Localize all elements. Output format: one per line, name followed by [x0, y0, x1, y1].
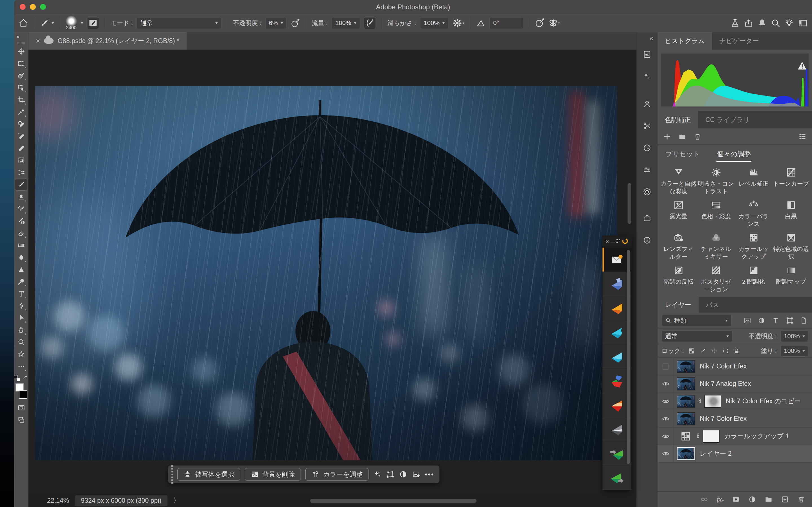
- opacity-select[interactable]: 6%▾: [265, 17, 287, 29]
- layer-row[interactable]: カラールックアップ 1: [658, 428, 812, 445]
- layer-mask-thumbnail[interactable]: [703, 430, 719, 443]
- blur-tool[interactable]: [15, 251, 28, 263]
- filter-adjustment-layers-icon[interactable]: [757, 316, 766, 325]
- close-tab-icon[interactable]: ×: [36, 37, 40, 45]
- document-tab[interactable]: × G88.psdc @ 22.1% (レイヤー 2, RGB/8) *: [29, 32, 187, 50]
- new-adjustment-layer-icon[interactable]: [748, 496, 756, 503]
- tab-paths[interactable]: パス: [699, 297, 726, 313]
- discover-lightbulb-icon[interactable]: [784, 18, 794, 28]
- layer-name[interactable]: Nik 7 Color Efex: [700, 362, 747, 370]
- filter-type-layers-icon[interactable]: [771, 316, 780, 325]
- smoothing-options-gear-icon[interactable]: ▾: [453, 18, 465, 28]
- adj-selective-color[interactable]: 特定色域の選択: [772, 230, 810, 260]
- adj-color-vibrance[interactable]: カラーと自然な彩度: [660, 165, 697, 195]
- layer-name[interactable]: レイヤー 2: [700, 449, 732, 458]
- add-mask-icon[interactable]: [732, 496, 740, 503]
- subtab-presets[interactable]: プリセット: [665, 146, 701, 163]
- edit-toolbar-icon[interactable]: [15, 360, 28, 372]
- canvas-image[interactable]: [35, 86, 617, 460]
- smoothing-select[interactable]: 100%▾: [420, 17, 449, 29]
- layer-row[interactable]: Nik 7 Color Efex: [658, 358, 812, 375]
- layer-mask-thumbnail[interactable]: [704, 395, 721, 408]
- healing-brush-tool[interactable]: [15, 142, 28, 154]
- canvas-area[interactable]: [29, 50, 637, 494]
- dock-info-icon[interactable]: [640, 233, 654, 247]
- nik-sharpener-output-item[interactable]: [603, 466, 631, 490]
- dock-sliders-icon[interactable]: [640, 163, 654, 177]
- crop-tool[interactable]: [15, 94, 28, 106]
- nik-panel-titlebar[interactable]: × —: [603, 236, 631, 247]
- brush-size-chevron[interactable]: ▾: [81, 20, 84, 25]
- canvas-horizontal-scrollbar[interactable]: [310, 499, 476, 503]
- layer-blend-mode-select[interactable]: 通常▾: [661, 331, 732, 342]
- remove-background-button[interactable]: 背景を削除: [245, 468, 301, 481]
- search-icon[interactable]: [771, 18, 780, 28]
- lock-all-icon[interactable]: [733, 347, 741, 355]
- adjust-color-button[interactable]: カラーを調整: [305, 468, 368, 481]
- list-view-icon[interactable]: [799, 133, 806, 140]
- lock-position-icon[interactable]: [711, 347, 718, 355]
- brush-tool[interactable]: [15, 179, 28, 191]
- layer-opacity-input[interactable]: 100%▾: [781, 331, 808, 342]
- tab-layers[interactable]: レイヤー: [658, 297, 699, 313]
- trash-icon[interactable]: [694, 133, 702, 140]
- adj-hue-saturation[interactable]: 色相・彩度: [697, 198, 735, 228]
- tab-histogram[interactable]: ヒストグラム: [658, 32, 712, 50]
- status-chevron-icon[interactable]: 〉: [173, 496, 180, 505]
- hand-tool[interactable]: [15, 324, 28, 336]
- adj-gradient-map[interactable]: 階調マップ: [772, 263, 810, 293]
- dock-ai-sparkles-icon[interactable]: [640, 69, 654, 83]
- shape-star-tool[interactable]: [15, 348, 28, 360]
- subtab-single-adjustments[interactable]: 個々の調整: [716, 146, 752, 163]
- pressure-size-icon[interactable]: [535, 18, 545, 28]
- toolbar-grip[interactable]: [17, 42, 25, 44]
- tab-navigator[interactable]: ナビゲーター: [712, 32, 766, 50]
- toggle-brush-settings-icon[interactable]: [87, 17, 99, 29]
- adj-brightness-contrast[interactable]: 明るさ・コントラスト: [697, 165, 735, 195]
- brush-size-preview[interactable]: 2400: [66, 15, 77, 31]
- lock-pixels-icon[interactable]: [699, 347, 707, 355]
- link-layers-icon[interactable]: [700, 496, 708, 503]
- frame-tool[interactable]: [15, 154, 28, 166]
- filter-image-layers-icon[interactable]: [743, 316, 752, 325]
- visibility-toggle[interactable]: [658, 410, 674, 427]
- dock-briefcase-icon[interactable]: [640, 211, 654, 225]
- dodge-tool[interactable]: [15, 276, 28, 288]
- eraser-tool[interactable]: [15, 227, 28, 239]
- dock-clock-icon[interactable]: [640, 141, 654, 155]
- new-layer-icon[interactable]: [781, 496, 789, 503]
- hidden-layer-checkbox[interactable]: [663, 363, 669, 370]
- dock-stamp-person-icon[interactable]: [640, 97, 654, 111]
- quick-mask-icon[interactable]: [15, 402, 28, 414]
- dock-layer-comps-icon[interactable]: [640, 47, 654, 61]
- toolbar-expand-icon[interactable]: »: [16, 33, 19, 40]
- layer-thumbnail[interactable]: [677, 447, 695, 460]
- clone-stamp-tool[interactable]: [15, 191, 28, 203]
- adj-photo-filter[interactable]: レンズフィルター: [660, 230, 697, 260]
- remove-tool[interactable]: [15, 130, 28, 142]
- adj-levels[interactable]: レベル補正: [735, 165, 772, 195]
- history-brush-tool[interactable]: [15, 203, 28, 215]
- pen-tool[interactable]: [15, 300, 28, 312]
- remove-crossed-tool[interactable]: [15, 166, 28, 179]
- new-group-icon[interactable]: [765, 496, 772, 503]
- delete-layer-icon[interactable]: [797, 496, 805, 503]
- layer-row[interactable]: Nik 7 Color Efex: [658, 410, 812, 428]
- layer-name[interactable]: Nik 7 Color Efex: [700, 415, 747, 422]
- lock-artboard-icon[interactable]: [722, 347, 729, 355]
- generative-sparkle-icon[interactable]: [373, 470, 382, 478]
- eyedropper-tool[interactable]: [15, 106, 28, 118]
- type-tool[interactable]: [15, 288, 28, 300]
- adj-channel-mixer[interactable]: チャンネルミキサー: [697, 230, 735, 260]
- move-tool[interactable]: [15, 45, 28, 57]
- layer-thumbnail[interactable]: [677, 412, 695, 425]
- adj-black-white[interactable]: 白黒: [772, 198, 810, 228]
- nik-minimize-icon[interactable]: —: [610, 238, 615, 245]
- add-adjustment-icon[interactable]: [663, 133, 671, 140]
- pressure-opacity-icon[interactable]: [291, 18, 300, 28]
- beta-flask-icon[interactable]: [730, 18, 740, 28]
- collapse-panels-icon[interactable]: «: [650, 34, 653, 42]
- layer-name[interactable]: カラールックアップ 1: [724, 432, 789, 441]
- symmetry-butterfly-icon[interactable]: ▾: [548, 18, 560, 28]
- taskbar-grip[interactable]: [171, 465, 173, 484]
